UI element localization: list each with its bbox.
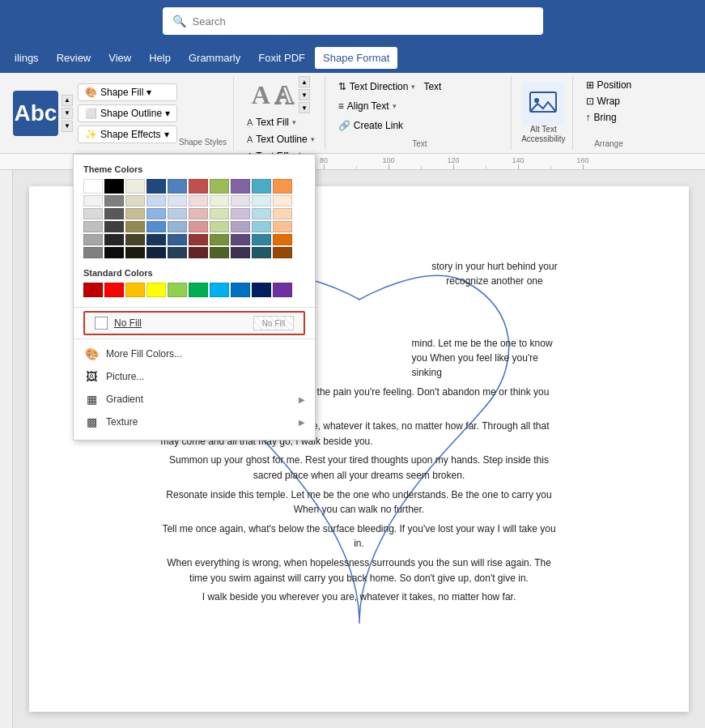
menu-item-view[interactable]: View — [100, 47, 139, 69]
theme-swatch[interactable] — [147, 221, 166, 232]
scroll-up[interactable]: ▲ — [62, 95, 73, 106]
theme-swatch[interactable] — [104, 195, 124, 206]
theme-swatch[interactable] — [273, 221, 292, 232]
theme-swatch[interactable] — [189, 195, 208, 206]
theme-swatch[interactable] — [104, 179, 124, 194]
theme-swatch[interactable] — [168, 179, 187, 194]
theme-swatch[interactable] — [104, 221, 124, 232]
theme-swatch[interactable] — [147, 247, 166, 258]
menu-item-review[interactable]: Review — [49, 47, 100, 69]
theme-swatch[interactable] — [231, 179, 250, 194]
theme-swatch[interactable] — [147, 195, 166, 206]
standard-swatch[interactable] — [210, 283, 229, 297]
align-text-button[interactable]: ≡ Align Text ▾ — [335, 97, 419, 115]
wordart-scroll-more[interactable]: ▼ — [299, 102, 310, 113]
theme-swatch[interactable] — [83, 195, 103, 206]
theme-swatch[interactable] — [273, 247, 292, 258]
theme-swatch[interactable] — [210, 208, 229, 219]
theme-swatch[interactable] — [231, 234, 250, 245]
standard-swatch[interactable] — [168, 283, 187, 297]
standard-swatch[interactable] — [83, 283, 103, 297]
theme-swatch[interactable] — [83, 179, 103, 194]
menu-item-foxit[interactable]: Foxit PDF — [250, 47, 313, 69]
bring-button[interactable]: ↑ Bring — [583, 110, 635, 125]
text-fill-button[interactable]: A Text Fill ▾ — [244, 115, 318, 130]
theme-swatch[interactable] — [273, 179, 292, 194]
theme-swatch[interactable] — [189, 247, 208, 258]
theme-swatch[interactable] — [273, 234, 292, 245]
theme-swatch[interactable] — [104, 247, 124, 258]
standard-swatch[interactable] — [147, 283, 166, 297]
no-fill-item[interactable]: No Fill No Fill — [83, 311, 305, 335]
theme-swatch[interactable] — [125, 234, 145, 245]
theme-swatch[interactable] — [189, 179, 208, 194]
theme-swatch[interactable] — [252, 234, 271, 245]
theme-swatch[interactable] — [210, 234, 229, 245]
theme-swatch[interactable] — [83, 221, 103, 232]
theme-swatch[interactable] — [252, 208, 271, 219]
theme-swatch[interactable] — [252, 195, 271, 206]
text-direction-button[interactable]: ⇅ Text Direction ▾ — [335, 78, 419, 96]
theme-swatch[interactable] — [125, 208, 145, 219]
standard-swatch[interactable] — [231, 283, 250, 297]
theme-swatch[interactable] — [83, 234, 103, 245]
theme-swatch[interactable] — [168, 221, 187, 232]
theme-swatch[interactable] — [231, 247, 250, 258]
gradient-item[interactable]: ▦ Gradient ▶ — [74, 388, 315, 411]
theme-swatch[interactable] — [104, 208, 124, 219]
theme-swatch[interactable] — [231, 195, 250, 206]
theme-swatch[interactable] — [210, 221, 229, 232]
create-link-button[interactable]: 🔗 Create Link — [335, 117, 419, 134]
theme-swatch[interactable] — [83, 247, 103, 258]
text-outline-button[interactable]: A Text Outline ▾ — [244, 132, 318, 147]
theme-swatch[interactable] — [147, 208, 166, 219]
theme-swatch[interactable] — [273, 195, 292, 206]
theme-swatch[interactable] — [168, 208, 187, 219]
theme-swatch[interactable] — [125, 247, 145, 258]
theme-swatch[interactable] — [273, 208, 292, 219]
shape-fill-button[interactable]: 🎨 Shape Fill ▾ — [78, 83, 177, 101]
theme-swatch[interactable] — [189, 221, 208, 232]
theme-swatch[interactable] — [231, 221, 250, 232]
theme-swatch[interactable] — [125, 195, 145, 206]
theme-swatch[interactable] — [210, 179, 229, 194]
menu-item-grammarly[interactable]: Grammarly — [180, 47, 248, 69]
theme-swatch[interactable] — [168, 234, 187, 245]
theme-swatch[interactable] — [104, 234, 124, 245]
theme-swatch[interactable] — [189, 234, 208, 245]
theme-swatch[interactable] — [210, 247, 229, 258]
wrap-button[interactable]: ⊡ Wrap — [583, 94, 635, 109]
standard-swatch[interactable] — [273, 283, 292, 297]
menu-item-ilings[interactable]: ilings — [6, 47, 47, 69]
menu-item-help[interactable]: Help — [141, 47, 179, 69]
search-input[interactable] — [193, 15, 533, 28]
search-box[interactable]: 🔍 — [163, 7, 543, 35]
shape-outline-button[interactable]: ⬜ Shape Outline ▾ — [78, 104, 177, 122]
theme-swatch[interactable] — [168, 247, 187, 258]
wordart-scroll-up[interactable]: ▲ — [299, 76, 310, 87]
more-fill-colors-item[interactable]: 🎨 More Fill Colors... — [74, 343, 315, 365]
texture-item[interactable]: ▩ Texture ▶ — [74, 411, 315, 433]
theme-swatch[interactable] — [189, 208, 208, 219]
theme-swatch[interactable] — [210, 195, 229, 206]
alt-text-icon-container[interactable] — [522, 83, 564, 125]
shape-effects-button[interactable]: ✨ Shape Effects ▾ — [78, 126, 177, 143]
theme-swatch[interactable] — [252, 179, 271, 194]
theme-swatch[interactable] — [125, 179, 145, 194]
picture-item[interactable]: 🖼 Picture... — [74, 365, 315, 388]
theme-swatch[interactable] — [168, 195, 187, 206]
menu-item-shape-format[interactable]: Shape Format — [315, 47, 397, 69]
standard-swatch[interactable] — [252, 283, 271, 297]
scroll-more[interactable]: ▼ — [62, 121, 73, 132]
theme-swatch[interactable] — [125, 221, 145, 232]
theme-swatch[interactable] — [252, 247, 271, 258]
scroll-down[interactable]: ▼ — [62, 108, 73, 119]
theme-swatch[interactable] — [83, 208, 103, 219]
theme-swatch[interactable] — [231, 208, 250, 219]
wordart-scroll-down[interactable]: ▼ — [299, 89, 310, 100]
theme-swatch[interactable] — [252, 221, 271, 232]
theme-swatch[interactable] — [147, 234, 166, 245]
standard-swatch[interactable] — [104, 283, 124, 297]
theme-swatch[interactable] — [147, 179, 166, 194]
standard-swatch[interactable] — [189, 283, 208, 297]
